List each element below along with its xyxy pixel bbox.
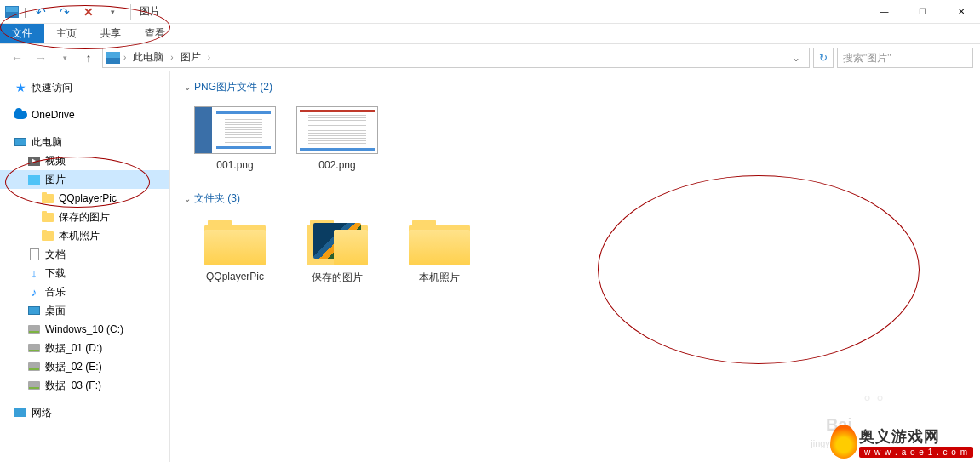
tree-drive-e[interactable]: 数据_02 (E:): [0, 357, 169, 376]
tree-documents[interactable]: 文档: [0, 245, 169, 264]
tree-drive-c[interactable]: Windows_10 (C:): [0, 320, 169, 339]
ribbon-tab-home[interactable]: 主页: [44, 24, 89, 43]
titlebar-separator: [130, 4, 131, 20]
breadcrumb-root[interactable]: 此电脑: [129, 50, 167, 65]
folder-icon: [41, 191, 54, 205]
nav-back-button[interactable]: ←: [7, 48, 27, 68]
ribbon-tab-share[interactable]: 共享: [89, 24, 133, 43]
star-icon: ★: [14, 81, 27, 94]
file-item[interactable]: 001.png: [192, 103, 278, 174]
watermark-site-name: 奥义游戏网: [859, 426, 973, 447]
disk-icon: [27, 379, 41, 392]
tree-label: 音乐: [45, 285, 66, 299]
tree-label: Windows_10 (C:): [45, 323, 123, 335]
qat-dropdown-icon[interactable]: ▾: [103, 3, 122, 21]
folder-name: QQplayerPic: [206, 271, 264, 282]
folder-item[interactable]: 本机照片: [397, 214, 482, 288]
group-items-folders: QQplayerPic 保存的图片 本机照片: [184, 214, 966, 288]
tree-folder-qqplayer[interactable]: QQplayerPic: [0, 189, 169, 208]
tree-label: 数据_02 (E:): [45, 360, 102, 374]
folder-icon: [409, 218, 470, 265]
file-thumbnail: [194, 106, 276, 154]
network-icon: [14, 406, 27, 419]
ribbon-tab-view[interactable]: 查看: [133, 24, 177, 43]
folder-icon: [41, 229, 54, 242]
crumb-chevron-icon[interactable]: ›: [208, 53, 210, 62]
file-item[interactable]: 002.png: [295, 103, 380, 174]
group-header-png[interactable]: ⌄ PNG图片文件 (2): [184, 80, 966, 94]
group-header-folders[interactable]: ⌄ 文件夹 (3): [184, 191, 966, 206]
file-thumbnail: [296, 106, 378, 154]
tree-network[interactable]: 网络: [0, 403, 169, 422]
maximize-button[interactable]: ☐: [903, 0, 942, 24]
pc-icon: [14, 135, 27, 149]
tree-onedrive[interactable]: OneDrive: [0, 106, 169, 124]
app-icon: [5, 6, 19, 18]
search-box[interactable]: [837, 48, 973, 68]
watermark-site-url: w w w . a o e 1 . c o m: [859, 447, 973, 458]
search-input[interactable]: [843, 52, 967, 64]
qat-redo-icon[interactable]: ↷: [55, 3, 74, 21]
refresh-button[interactable]: ↻: [813, 48, 834, 68]
folder-name: 本机照片: [419, 271, 460, 285]
tree-label: 视频: [45, 154, 66, 168]
desktop-icon: [27, 304, 41, 317]
folder-icon: [204, 218, 266, 265]
file-name: 002.png: [318, 159, 355, 171]
tree-folder-local[interactable]: 本机照片: [0, 226, 169, 245]
chevron-down-icon: ⌄: [184, 194, 191, 203]
breadcrumb-current[interactable]: 图片: [177, 50, 204, 65]
crumb-chevron-icon[interactable]: ›: [123, 53, 126, 62]
tree-label: 此电脑: [32, 135, 62, 150]
titlebar: | ↶ ↷ ✕ ▾ 图片 — ☐ ✕: [0, 0, 980, 24]
watermark-site: 奥义游戏网 w w w . a o e 1 . c o m: [830, 425, 973, 459]
tree-drive-d[interactable]: 数据_01 (D:): [0, 339, 169, 357]
address-box[interactable]: › 此电脑 › 图片 › ⌄: [102, 48, 810, 68]
disk-icon: [27, 322, 41, 336]
tree-label: QQplayerPic: [59, 192, 117, 204]
tree-desktop[interactable]: 桌面: [0, 301, 169, 320]
folder-name: 保存的图片: [312, 271, 363, 285]
tree-label: 桌面: [45, 304, 66, 318]
tree-folder-saved[interactable]: 保存的图片: [0, 208, 169, 226]
file-name: 001.png: [216, 159, 253, 171]
minimize-button[interactable]: —: [865, 0, 903, 24]
chevron-down-icon: ⌄: [184, 83, 191, 92]
tree-label: 快速访问: [32, 81, 72, 95]
video-icon: [27, 154, 41, 168]
crumb-chevron-icon[interactable]: ›: [170, 53, 173, 62]
tree-label: 下载: [45, 266, 66, 281]
folder-item[interactable]: 保存的图片: [295, 214, 380, 288]
content-pane[interactable]: ⌄ PNG图片文件 (2) 001.png 002.png ⌄ 文件夹 (3): [170, 71, 980, 462]
folder-icon: [41, 210, 54, 224]
watermark-circles-icon: ⚬⚬: [861, 389, 886, 408]
music-icon: ♪: [27, 285, 41, 299]
tree-music[interactable]: ♪ 音乐: [0, 282, 169, 301]
qat-undo-icon[interactable]: ↶: [32, 3, 50, 21]
nav-history-dropdown[interactable]: ▾: [54, 48, 75, 68]
download-icon: ↓: [27, 266, 41, 280]
address-bar: ← → ▾ ↑ › 此电脑 › 图片 › ⌄ ↻: [0, 44, 980, 71]
address-dropdown-icon[interactable]: ⌄: [787, 52, 805, 64]
tree-pictures[interactable]: 图片: [0, 170, 169, 189]
group-title: PNG图片文件 (2): [194, 80, 272, 94]
nav-forward-button[interactable]: →: [31, 48, 51, 68]
tree-label: 文档: [45, 248, 66, 262]
folder-icon: [307, 218, 368, 265]
tree-downloads[interactable]: ↓ 下载: [0, 264, 169, 282]
cloud-icon: [14, 108, 27, 122]
tree-videos[interactable]: 视频: [0, 151, 169, 170]
navigation-tree: ★ 快速访问 OneDrive 此电脑 视频 图片 QQplayerPic 保存…: [0, 71, 170, 462]
ribbon-tab-file[interactable]: 文件: [0, 24, 44, 43]
address-location-icon: [106, 52, 120, 64]
tree-label: 数据_01 (D:): [45, 341, 102, 356]
folder-item[interactable]: QQplayerPic: [192, 214, 278, 288]
tree-quick-access[interactable]: ★ 快速访问: [0, 78, 169, 97]
tree-label: 网络: [32, 406, 52, 420]
nav-up-button[interactable]: ↑: [78, 48, 99, 68]
disk-icon: [27, 360, 41, 374]
tree-this-pc[interactable]: 此电脑: [0, 133, 169, 151]
close-button[interactable]: ✕: [942, 0, 980, 24]
tree-drive-f[interactable]: 数据_03 (F:): [0, 376, 169, 395]
qat-delete-icon[interactable]: ✕: [79, 3, 98, 21]
